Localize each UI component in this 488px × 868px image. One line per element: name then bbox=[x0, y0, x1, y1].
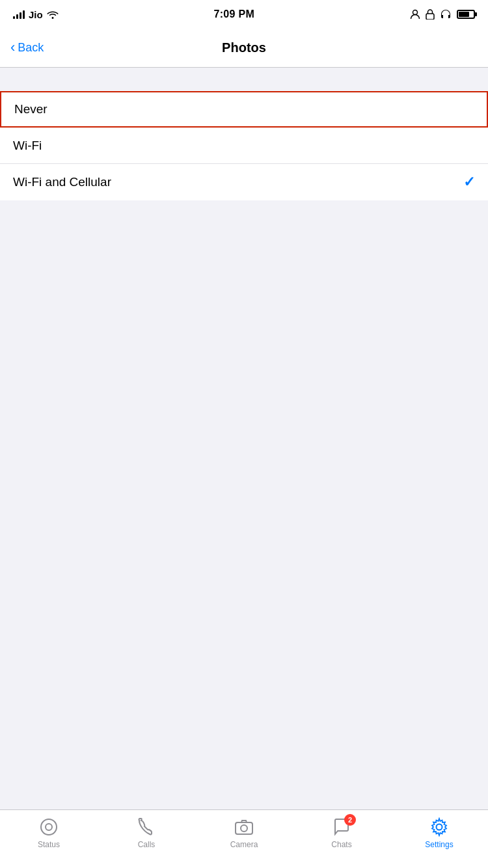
tab-chats[interactable]: 2 Chats bbox=[293, 817, 390, 849]
svg-point-3 bbox=[46, 824, 52, 830]
svg-point-2 bbox=[41, 819, 57, 835]
calls-tab-label: Calls bbox=[138, 840, 156, 849]
signal-bar-3 bbox=[20, 12, 21, 19]
back-label: Back bbox=[18, 41, 44, 55]
status-bar-time: 7:09 PM bbox=[214, 8, 255, 20]
option-wifi-label: Wi-Fi bbox=[13, 139, 42, 153]
headphones-icon bbox=[440, 9, 452, 20]
camera-tab-icon bbox=[234, 817, 254, 837]
svg-rect-1 bbox=[426, 14, 434, 20]
carrier-name: Jio bbox=[29, 9, 43, 20]
battery-fill bbox=[459, 12, 470, 17]
option-wifi-cellular[interactable]: Wi-Fi and Cellular ✓ bbox=[0, 164, 488, 200]
tab-camera[interactable]: Camera bbox=[195, 817, 293, 849]
content-empty-area bbox=[0, 200, 488, 848]
status-tab-icon bbox=[38, 817, 59, 837]
status-bar-right bbox=[410, 9, 475, 20]
tab-bar: Status Calls Camera 2 Chats bbox=[0, 809, 488, 868]
settings-tab-icon bbox=[429, 817, 450, 837]
options-list: Never Wi-Fi Wi-Fi and Cellular ✓ bbox=[0, 91, 488, 200]
back-chevron-icon: ‹ bbox=[10, 40, 15, 55]
person-icon bbox=[410, 9, 420, 20]
chats-tab-icon: 2 bbox=[331, 817, 352, 837]
chats-badge: 2 bbox=[344, 814, 356, 826]
camera-tab-label: Camera bbox=[230, 840, 258, 849]
section-gap-top bbox=[0, 68, 488, 91]
status-bar-left: Jio bbox=[13, 9, 59, 20]
svg-point-6 bbox=[437, 824, 442, 830]
calls-tab-icon bbox=[136, 817, 157, 837]
option-wifi[interactable]: Wi-Fi bbox=[0, 128, 488, 164]
svg-point-5 bbox=[241, 825, 247, 832]
lock-icon bbox=[426, 9, 435, 20]
option-wifi-cellular-label: Wi-Fi and Cellular bbox=[13, 175, 111, 189]
wifi-icon bbox=[47, 10, 59, 19]
signal-bar-2 bbox=[16, 14, 18, 19]
signal-bar-1 bbox=[13, 16, 15, 19]
status-tab-label: Status bbox=[38, 840, 60, 849]
content-area: Never Wi-Fi Wi-Fi and Cellular ✓ bbox=[0, 68, 488, 848]
svg-rect-4 bbox=[236, 822, 252, 834]
option-never[interactable]: Never bbox=[0, 91, 488, 128]
tab-status[interactable]: Status bbox=[0, 817, 98, 849]
back-button[interactable]: ‹ Back bbox=[10, 41, 44, 55]
option-never-label: Never bbox=[14, 102, 47, 116]
svg-point-0 bbox=[413, 10, 417, 15]
tab-calls[interactable]: Calls bbox=[98, 817, 195, 849]
signal-bar-4 bbox=[23, 10, 25, 19]
nav-bar: ‹ Back Photos bbox=[0, 29, 488, 68]
signal-bars bbox=[13, 10, 25, 19]
status-bar: Jio 7:09 PM bbox=[0, 0, 488, 29]
chats-tab-label: Chats bbox=[331, 840, 351, 849]
tab-settings[interactable]: Settings bbox=[390, 817, 488, 849]
page-title: Photos bbox=[222, 40, 266, 55]
checkmark-icon: ✓ bbox=[463, 174, 475, 191]
battery-indicator bbox=[457, 10, 475, 19]
settings-tab-label: Settings bbox=[425, 840, 453, 849]
